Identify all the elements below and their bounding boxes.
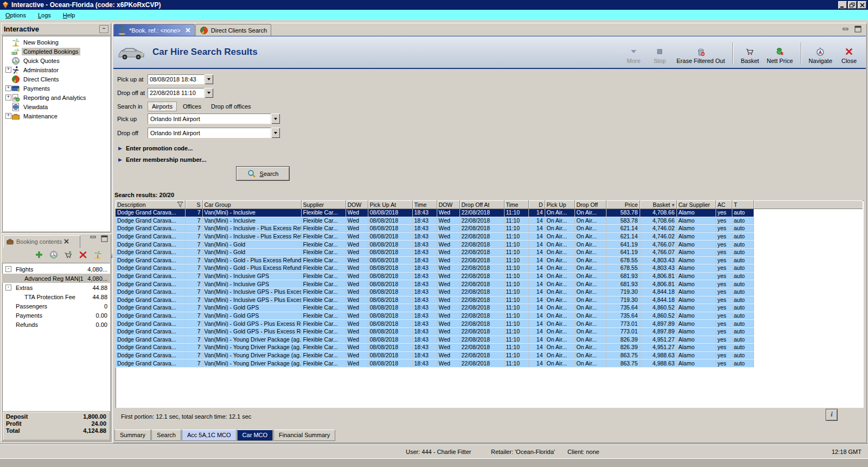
tab-close-icon[interactable] <box>186 28 190 33</box>
bottom-tab-car-mco[interactable]: Car MCO <box>237 430 273 441</box>
bottom-tab-search[interactable]: Search <box>151 430 181 441</box>
booking-row-extras[interactable]: -Extras44.88 <box>2 283 110 292</box>
sidebar-item-payments[interactable]: +$Payments <box>2 84 110 93</box>
result-row[interactable]: Dodge Grand Carava...7Van(Mini) - GoldFl… <box>116 248 863 256</box>
result-row[interactable]: Dodge Grand Carava...7Van(Mini) - Young … <box>116 336 863 344</box>
column-header-car-supplier[interactable]: Car Supplier <box>676 200 716 209</box>
panel-collapse-button[interactable]: − <box>99 25 108 33</box>
column-header-basket[interactable]: Basket ▾ <box>640 200 676 209</box>
pickup-at-input[interactable]: 08/08/2018 18:43 <box>148 74 204 84</box>
column-header-s[interactable]: S <box>185 200 202 209</box>
booking-row-flights[interactable]: -Flights4,080... <box>2 264 110 274</box>
result-row[interactable]: Dodge Grand Carava...7Van(Mini) - Inclus… <box>116 272 863 280</box>
result-row[interactable]: Dodge Grand Carava...7Van(Mini) - Gold G… <box>116 312 863 320</box>
column-header-car-group[interactable]: Car Group <box>202 200 301 209</box>
tree-expander[interactable]: + <box>5 94 11 100</box>
column-header-time[interactable]: Time <box>412 200 437 209</box>
toolbar-erase-filtered-out-button[interactable]: Erase Filtered Out <box>676 47 725 64</box>
column-header-supplier[interactable]: Supplier <box>301 200 346 209</box>
sidebar-item-direct-clients[interactable]: Direct Clients <box>2 74 110 84</box>
dropoff-combo[interactable]: Orlando Intl Airport <box>148 128 271 138</box>
result-row[interactable]: Dodge Grand Carava...7Van(Mini) - Inclus… <box>116 280 863 288</box>
sidebar-item-completed-bookings[interactable]: Completed Bookings <box>2 47 110 56</box>
booking-row-expander[interactable]: - <box>5 285 11 291</box>
document-tab-active[interactable]: *Book. ref.: <none> <box>113 24 195 36</box>
column-header-d[interactable]: D <box>528 200 545 209</box>
search-in-option-airports[interactable]: Airports <box>148 102 177 111</box>
sidebar-item-viewdata[interactable]: Viewdata <box>2 102 110 111</box>
result-row[interactable]: Dodge Grand Carava...7Van(Mini) - Inclus… <box>116 232 863 241</box>
close-window-button[interactable] <box>858 1 866 9</box>
result-row[interactable]: Dodge Grand Carava...7Van(Mini) - Gold G… <box>116 304 863 312</box>
result-row[interactable]: Dodge Grand Carava...7Van(Mini) - Inclus… <box>116 225 863 233</box>
column-header-ac[interactable]: AC <box>716 200 732 209</box>
column-header-description[interactable]: Description <box>116 200 185 209</box>
sidebar-item-maintenance[interactable]: +Maintenance <box>2 111 110 121</box>
column-header-dow[interactable]: DOW <box>346 200 368 209</box>
pickup-at-dropdown-icon[interactable] <box>205 74 213 84</box>
pane-minimize-icon[interactable] <box>843 27 849 32</box>
column-header-drop-off[interactable]: Drop Off <box>575 200 606 209</box>
toolbar-nett-price-button[interactable]: Nett Price <box>767 47 793 64</box>
result-row[interactable]: Dodge Grand Carava...7Van(Mini) - Young … <box>116 344 863 352</box>
result-row[interactable]: Dodge Grand Carava...7Van(Mini) - Young … <box>116 351 863 359</box>
sidebar-item-reporting-and-analytics[interactable]: +Reporting and Analytics <box>2 93 110 102</box>
menu-item-options[interactable]: Options <box>5 12 26 18</box>
result-row[interactable]: Dodge Grand Carava...7Van(Mini) - GoldFl… <box>116 241 863 249</box>
minimize-button[interactable] <box>838 1 847 9</box>
booking-row-advanced-reg-man-1[interactable]: Advanced Reg MAN|14,080... <box>2 274 110 283</box>
booking-row-payments[interactable]: Payments0.00 <box>2 311 110 320</box>
booking-tool-delete[interactable] <box>79 250 87 259</box>
bottom-tab-financial-summary[interactable]: Financial Summary <box>273 430 335 441</box>
dropoff-at-input[interactable]: 22/08/2018 11:10 <box>148 88 204 98</box>
info-button[interactable]: i <box>826 409 838 421</box>
booking-contents-close-icon[interactable] <box>64 239 69 244</box>
booking-row-expander[interactable]: - <box>5 266 11 272</box>
result-row[interactable]: Dodge Grand Carava...7Van(Mini) - Young … <box>116 359 863 368</box>
panel-minimize-icon[interactable] <box>90 235 97 242</box>
filter-funnel-icon[interactable] <box>177 201 183 207</box>
promotion-code-expander[interactable]: ▶ Enter promotion code... <box>118 145 193 152</box>
toolbar-close-button[interactable]: Close <box>840 47 858 64</box>
booking-tool-palm[interactable] <box>93 250 102 259</box>
pickup-combo-dropdown-icon[interactable] <box>271 113 280 124</box>
menu-item-logs[interactable]: Logs <box>38 12 51 18</box>
result-row[interactable]: Dodge Grand Carava...7Van(Mini) - Gold G… <box>116 320 863 328</box>
column-header-pick-up[interactable]: Pick Up <box>545 200 575 209</box>
sidebar-item-new-booking[interactable]: New Booking <box>2 37 110 47</box>
result-row[interactable]: Dodge Grand Carava...7Van(Mini) - Inclus… <box>116 217 863 225</box>
column-header-dow[interactable]: DOW <box>437 200 459 209</box>
column-header-price[interactable]: Price <box>606 200 640 209</box>
tree-expander[interactable]: + <box>5 85 11 91</box>
booking-row-passengers[interactable]: Passengers0 <box>2 301 110 311</box>
result-row[interactable]: Dodge Grand Carava...7Van(Mini) - Inclus… <box>116 209 863 217</box>
toolbar-navigate-button[interactable]: Navigate <box>809 47 832 64</box>
booking-tool-cartarrow[interactable] <box>64 250 73 259</box>
sidebar-item-administrator[interactable]: +Administrator <box>2 65 110 74</box>
pickup-combo[interactable]: Orlando Intl Airport <box>148 113 271 124</box>
membership-number-expander[interactable]: ▶ Enter membership number... <box>118 156 206 163</box>
search-button[interactable]: Search <box>236 166 290 181</box>
booking-tool-add[interactable] <box>35 250 43 259</box>
result-row[interactable]: Dodge Grand Carava...7Van(Mini) - Gold -… <box>116 256 863 264</box>
toolbar-basket-button[interactable]: Basket <box>741 47 759 64</box>
booking-contents-tab[interactable]: Booking contents <box>3 235 80 248</box>
result-row[interactable]: Dodge Grand Carava...7Van(Mini) - Inclus… <box>116 296 863 304</box>
column-header-drop-off-at[interactable]: Drop Off At <box>459 200 504 209</box>
dropoff-combo-dropdown-icon[interactable] <box>271 128 280 138</box>
tree-expander[interactable]: + <box>5 113 11 119</box>
pane-maximize-icon[interactable] <box>854 26 861 33</box>
document-tab-inactive[interactable]: Direct Clients Search <box>195 24 271 36</box>
panel-maximize-icon[interactable] <box>101 235 108 242</box>
result-row[interactable]: Dodge Grand Carava...7Van(Mini) - Inclus… <box>116 288 863 296</box>
menu-item-help[interactable]: Help <box>63 12 75 18</box>
restore-button[interactable] <box>848 1 857 9</box>
booking-row-tta-protection-fee[interactable]: TTA Protection Fee44.88 <box>2 292 110 301</box>
bottom-tab-acc-5a-1c-mco[interactable]: Acc 5A,1C MCO <box>182 430 237 441</box>
search-in-option-offices[interactable]: Offices <box>179 102 205 111</box>
booking-row-refunds[interactable]: Refunds0.00 <box>2 320 110 329</box>
column-header-t[interactable]: T <box>732 200 754 209</box>
column-header-pick-up-at[interactable]: Pick Up At <box>368 200 412 209</box>
result-row[interactable]: Dodge Grand Carava...7Van(Mini) - Gold G… <box>116 327 863 336</box>
search-in-option-drop-off-offices[interactable]: Drop off offices <box>207 102 255 111</box>
